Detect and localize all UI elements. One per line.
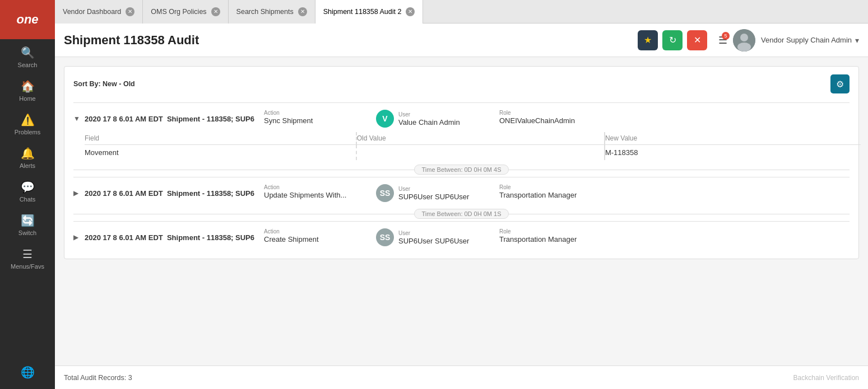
- header-actions: ★ ↻ ✕: [638, 30, 707, 50]
- sidebar-item-home[interactable]: 🏠 Home: [0, 73, 55, 106]
- sidebar-item-menus[interactable]: ☰ Menus/Favs: [0, 241, 55, 274]
- divider-line: [509, 214, 850, 214]
- home-icon: 🏠: [21, 79, 35, 93]
- notification-badge: 5: [722, 32, 730, 40]
- action-section: Action Create Shipment: [264, 228, 376, 246]
- record-meta: Action Create Shipment SS User SUP6User …: [264, 228, 850, 246]
- switch-icon: 🔄: [21, 214, 35, 227]
- menu-icon: ☰: [22, 247, 33, 261]
- role-section: Role Transportation Manager: [499, 184, 623, 202]
- notifications-button[interactable]: ☰ 5: [718, 34, 727, 46]
- role-section: Role Transportation Manager: [499, 228, 623, 246]
- sidebar-item-label: Switch: [18, 229, 36, 236]
- user-info: User SUP6User SUP6User: [398, 186, 469, 201]
- sidebar-item-globe[interactable]: 🌐: [21, 359, 35, 383]
- refresh-button[interactable]: ↻: [662, 30, 683, 50]
- action-value: Create Shipment: [264, 235, 376, 243]
- divider-line: [73, 214, 414, 214]
- record-meta: Action Sync Shipment V User Value Chain …: [264, 110, 850, 128]
- filter-button[interactable]: ⚙: [830, 74, 850, 93]
- sidebar-item-problems[interactable]: ⚠️ Problems: [0, 106, 55, 140]
- field-name: Movement: [85, 145, 356, 161]
- avatar: [733, 29, 755, 51]
- expand-icon[interactable]: ▶: [73, 233, 85, 241]
- divider-line: [73, 170, 414, 170]
- warning-icon: ⚠️: [21, 113, 35, 126]
- tab-close-icon[interactable]: ✕: [298, 7, 307, 16]
- action-value: Sync Shipment: [264, 116, 376, 125]
- close-button[interactable]: ✕: [687, 30, 707, 50]
- chevron-down-icon: ▾: [855, 36, 859, 45]
- new-value: M-118358: [605, 145, 861, 161]
- user-label: User: [398, 186, 469, 192]
- action-label: Action: [264, 184, 376, 190]
- col-new-header: New Value: [605, 132, 861, 145]
- tab-close-icon[interactable]: ✕: [126, 7, 134, 16]
- role-section: Role ONEIValueChainAdmin: [499, 110, 623, 128]
- tab-label: Shipment 118358 Audit 2: [323, 8, 402, 16]
- old-value: [356, 145, 605, 161]
- user-dropdown[interactable]: Vendor Supply Chain Admin ▾: [761, 36, 859, 45]
- sidebar-item-alerts[interactable]: 🔔 Alerts: [0, 140, 55, 174]
- logo-text: one: [16, 12, 38, 27]
- tab-vendor-dashboard[interactable]: Vendor Dashboard ✕: [55, 0, 143, 24]
- user-name-value: SUP6User SUP6User: [398, 193, 469, 201]
- tab-bar: Vendor Dashboard ✕ OMS Org Policies ✕ Se…: [55, 0, 868, 24]
- audit-record: ▶ 2020 17 8 6.01 AM EDT Shipment - 11835…: [73, 221, 850, 251]
- audit-record: ▼ 2020 17 8 6.01 AM EDT Shipment - 11835…: [73, 102, 850, 160]
- sidebar: one 🔍 Search 🏠 Home ⚠️ Problems 🔔 Alerts…: [0, 0, 55, 389]
- sidebar-item-switch[interactable]: 🔄 Switch: [0, 207, 55, 241]
- role-label: Role: [499, 184, 623, 190]
- sort-bar: Sort By: New - Old ⚙: [73, 74, 850, 93]
- user-section: SS User SUP6User SUP6User: [376, 228, 499, 246]
- table-row: Movement M-118358: [85, 145, 861, 161]
- tab-close-icon[interactable]: ✕: [211, 7, 220, 16]
- user-section: SS User SUP6User SUP6User: [376, 184, 499, 202]
- expand-icon[interactable]: ▶: [73, 189, 85, 197]
- fields-table: Field Old Value New Value Movement M-118…: [85, 132, 861, 160]
- tab-close-icon[interactable]: ✕: [406, 7, 415, 16]
- user-label: User: [398, 230, 469, 236]
- action-label: Action: [264, 228, 376, 235]
- sidebar-item-chats[interactable]: 💬 Chats: [0, 174, 55, 207]
- audit-panel: Sort By: New - Old ⚙ ▼ 2020 17 8 6.01 AM…: [64, 66, 859, 259]
- record-timestamp: 2020 17 8 6.01 AM EDT Shipment - 118358;…: [85, 233, 264, 242]
- user-info: User SUP6User SUP6User: [398, 230, 469, 245]
- sidebar-item-label: Chats: [20, 196, 36, 203]
- favorite-button[interactable]: ★: [638, 30, 658, 50]
- user-avatar: SS: [376, 184, 394, 202]
- main-content: Vendor Dashboard ✕ OMS Org Policies ✕ Se…: [55, 0, 868, 389]
- tab-label: Search Shipments: [236, 8, 294, 16]
- role-label: Role: [499, 228, 623, 235]
- tab-oms-org-policies[interactable]: OMS Org Policies ✕: [143, 0, 228, 24]
- user-name-value: SUP6User SUP6User: [398, 237, 469, 245]
- sidebar-item-label: Search: [18, 62, 38, 68]
- tab-shipment-audit[interactable]: Shipment 118358 Audit 2 ✕: [315, 0, 424, 24]
- app-logo[interactable]: one: [0, 0, 55, 39]
- action-label: Action: [264, 110, 376, 116]
- blockchain-verification: Backchain Verification: [793, 374, 859, 382]
- header-right: ☰ 5 Vendor Supply Chain Admin ▾: [718, 29, 859, 51]
- time-between-2: Time Between: 0D 0H 0M 1S: [73, 209, 850, 219]
- role-value: Transportation Manager: [499, 235, 623, 243]
- time-between-label: Time Between: 0D 0H 0M 4S: [414, 165, 508, 175]
- user-section: V User Value Chain Admin: [376, 110, 499, 128]
- action-section: Action Sync Shipment: [264, 110, 376, 128]
- bell-icon: 🔔: [21, 147, 35, 160]
- sort-prefix: Sort By:: [73, 80, 103, 88]
- user-name-value: Value Chain Admin: [398, 118, 460, 126]
- record-timestamp: 2020 17 8 6.01 AM EDT Shipment - 118358;…: [85, 115, 264, 123]
- sidebar-item-search[interactable]: 🔍 Search: [0, 39, 55, 73]
- chat-icon: 💬: [21, 180, 35, 194]
- user-info: User Value Chain Admin: [398, 111, 460, 126]
- tab-label: OMS Org Policies: [151, 8, 206, 16]
- tab-search-shipments[interactable]: Search Shipments ✕: [229, 0, 315, 24]
- tab-label: Vendor Dashboard: [63, 8, 121, 16]
- record-meta: Action Update Shipments With... SS User …: [264, 184, 850, 202]
- sort-value: New - Old: [103, 80, 135, 88]
- collapse-icon[interactable]: ▼: [73, 115, 85, 123]
- sidebar-item-label: Home: [19, 95, 35, 102]
- role-value: ONEIValueChainAdmin: [499, 116, 623, 125]
- action-value: Update Shipments With...: [264, 191, 376, 199]
- content-area: Sort By: New - Old ⚙ ▼ 2020 17 8 6.01 AM…: [55, 57, 868, 365]
